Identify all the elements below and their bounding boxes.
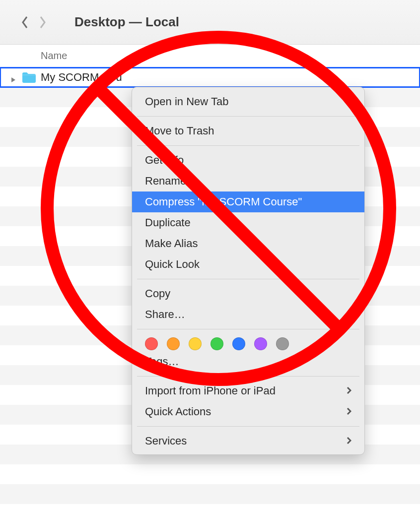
menu-separator — [137, 279, 359, 279]
menu-tags[interactable]: Tags… — [132, 351, 364, 372]
file-row-selected[interactable]: My SCORM Cou — [0, 67, 420, 87]
menu-duplicate[interactable]: Duplicate — [132, 212, 364, 233]
tag-dot-green[interactable] — [210, 337, 223, 350]
tag-dot-red[interactable] — [145, 337, 158, 350]
tag-color-row — [132, 333, 364, 351]
menu-make-alias[interactable]: Make Alias — [132, 233, 364, 254]
menu-separator — [137, 145, 359, 146]
column-name-header[interactable]: Name — [41, 50, 67, 62]
menu-copy[interactable]: Copy — [132, 283, 364, 304]
menu-separator — [137, 426, 359, 427]
chevron-right-icon — [347, 434, 351, 448]
nav-back-button[interactable] — [19, 16, 31, 28]
chevron-right-icon — [347, 383, 351, 398]
menu-label: Tags… — [145, 354, 179, 369]
menu-label: Copy — [145, 286, 170, 301]
menu-label: Compress "My SCORM Course" — [145, 194, 302, 209]
menu-separator — [137, 116, 359, 117]
chevron-right-icon — [347, 404, 351, 419]
tag-dot-yellow[interactable] — [189, 337, 202, 350]
menu-label: Duplicate — [145, 215, 191, 230]
menu-get-info[interactable]: Get Info — [132, 150, 364, 171]
tag-dot-orange[interactable] — [167, 337, 180, 350]
menu-label: Share… — [145, 307, 185, 322]
tag-dot-gray[interactable] — [276, 337, 289, 350]
menu-label: Quick Look — [145, 257, 200, 272]
menu-label: Quick Actions — [145, 404, 211, 419]
menu-label: Import from iPhone or iPad — [145, 383, 276, 398]
file-name-label: My SCORM Cou — [41, 71, 122, 84]
menu-import-iphone[interactable]: Import from iPhone or iPad — [132, 381, 364, 401]
menu-services[interactable]: Services — [132, 431, 364, 451]
file-row-empty — [0, 484, 420, 504]
menu-share[interactable]: Share… — [132, 304, 364, 325]
tag-dot-purple[interactable] — [254, 337, 267, 350]
menu-label: Open in New Tab — [145, 94, 228, 109]
file-row-empty — [0, 464, 420, 484]
menu-label: Get Info — [145, 153, 184, 168]
menu-separator — [137, 376, 359, 377]
menu-compress[interactable]: Compress "My SCORM Course" — [132, 191, 364, 212]
disclosure-triangle-icon[interactable] — [10, 73, 18, 81]
menu-label: Services — [145, 434, 187, 448]
menu-rename[interactable]: Rename — [132, 171, 364, 191]
svg-marker-0 — [11, 77, 15, 82]
menu-label: Move to Trash — [145, 124, 214, 138]
menu-quick-actions[interactable]: Quick Actions — [132, 401, 364, 422]
toolbar: Desktop — Local — [0, 0, 420, 45]
tag-dot-blue[interactable] — [232, 337, 245, 350]
window-title: Desktop — Local — [74, 14, 179, 30]
column-header: Name — [0, 45, 420, 67]
menu-quick-look[interactable]: Quick Look — [132, 254, 364, 275]
context-menu: Open in New Tab Move to Trash Get Info R… — [132, 87, 365, 455]
menu-open-new-tab[interactable]: Open in New Tab — [132, 91, 364, 112]
menu-move-to-trash[interactable]: Move to Trash — [132, 121, 364, 141]
nav-forward-button[interactable] — [37, 16, 49, 28]
menu-label: Make Alias — [145, 236, 198, 251]
menu-label: Rename — [145, 174, 186, 189]
folder-icon — [22, 72, 36, 83]
menu-separator — [137, 329, 359, 329]
